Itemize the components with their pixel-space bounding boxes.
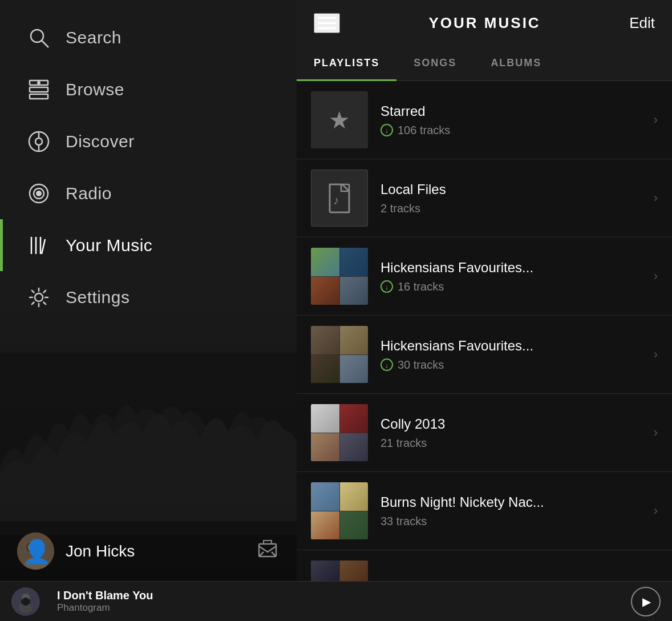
thumb-cell — [311, 433, 339, 462]
svg-point-27 — [22, 594, 30, 602]
playlist-item-colly[interactable]: Colly 2013 21 tracks › — [297, 394, 672, 472]
main-content: YOUR MUSIC Edit PLAYLISTS SONGS ALBUMS ★ — [297, 0, 672, 581]
thumb-cell — [311, 511, 339, 540]
thumb-grid-eighties — [311, 560, 368, 581]
browse-icon — [23, 74, 54, 105]
thumb-cell — [340, 277, 369, 305]
playlist-info-hick1: Hickensians Favourites... ↓ 16 tracks — [380, 260, 648, 293]
svg-rect-16 — [17, 533, 54, 570]
playlist-name-colly: Colly 2013 — [380, 416, 648, 432]
playlist-thumb-hick2 — [311, 326, 368, 383]
thumb-cell — [311, 482, 339, 511]
playlist-name-hick2: Hickensians Favourites... — [380, 338, 648, 354]
thumb-cell — [311, 404, 339, 433]
svg-point-10 — [36, 191, 42, 196]
playlist-info-starred: Starred ↓ 106 tracks — [380, 103, 648, 137]
playlist-item-hickensians-1[interactable]: Hickensians Favourites... ↓ 16 tracks › — [297, 237, 672, 316]
playlist-info-local: Local Files 2 tracks — [380, 182, 648, 215]
playlist-item-local[interactable]: ♪ Local Files 2 tracks › — [297, 159, 672, 237]
chevron-icon-hick2: › — [654, 347, 658, 362]
download-icon-starred: ↓ — [380, 124, 393, 136]
tab-songs[interactable]: SONGS — [396, 46, 473, 80]
sidebar-item-label-search: Search — [66, 28, 122, 47]
playlist-thumb-local: ♪ — [311, 170, 368, 227]
svg-point-17 — [29, 540, 42, 554]
sidebar-nav: Search Browse — [0, 0, 297, 521]
play-button[interactable] — [631, 587, 661, 616]
user-info: Jon Hicks — [17, 533, 135, 570]
svg-point-18 — [24, 557, 47, 570]
playlist-item-starred[interactable]: ★ Starred ↓ 106 tracks › — [297, 81, 672, 159]
svg-rect-3 — [30, 87, 48, 92]
sidebar-item-search[interactable]: Search — [0, 11, 297, 63]
library-icon — [23, 229, 54, 261]
thumb-cell — [311, 248, 339, 276]
chevron-icon-burns: › — [654, 503, 658, 518]
svg-point-20 — [36, 543, 44, 551]
playlist-tracks-hick2: ↓ 30 tracks — [380, 358, 648, 372]
svg-point-28 — [19, 603, 33, 613]
thumb-cell — [311, 326, 339, 354]
playlist-list: ★ Starred ↓ 106 tracks › — [297, 81, 672, 581]
thumb-cell — [311, 277, 339, 305]
svg-rect-4 — [30, 94, 48, 99]
playlist-tracks-burns: 33 tracks — [380, 515, 648, 528]
thumb-grid-hick2 — [311, 326, 368, 383]
sidebar-item-label-your-music: Your Music — [66, 236, 152, 255]
playlist-thumb-hick1 — [311, 248, 368, 305]
sidebar-item-your-music[interactable]: Your Music — [0, 219, 297, 271]
thumb-grid-colly — [311, 404, 368, 461]
edit-button[interactable]: Edit — [629, 14, 655, 32]
sidebar-footer: Jon Hicks — [0, 521, 297, 581]
now-playing-song: I Don't Blame You — [57, 589, 620, 602]
chevron-icon-colly: › — [654, 425, 658, 440]
playlist-tracks-colly: 21 tracks — [380, 437, 648, 450]
sidebar-item-label-radio: Radio — [66, 184, 112, 203]
playlist-item-hickensians-2[interactable]: Hickensians Favourites... ↓ 30 tracks › — [297, 316, 672, 394]
playlist-info-hick2: Hickensians Favourites... ↓ 30 tracks — [380, 338, 648, 372]
thumb-cell — [340, 560, 369, 581]
playlist-thumb-starred: ★ — [311, 91, 368, 148]
svg-point-0 — [31, 30, 43, 42]
tab-playlists[interactable]: PLAYLISTS — [297, 46, 396, 80]
thumb-cell — [340, 511, 369, 540]
sidebar-item-discover[interactable]: Discover — [0, 115, 297, 167]
avatar[interactable] — [17, 533, 54, 570]
sidebar-item-label-settings: Settings — [66, 288, 129, 307]
thumb-cell — [311, 560, 339, 581]
inbox-icon[interactable] — [256, 538, 280, 564]
chevron-icon-hick1: › — [654, 269, 658, 284]
playlist-item-burns[interactable]: Burns Night! Nickety Nac... 33 tracks › — [297, 472, 672, 550]
playlist-name-starred: Starred — [380, 103, 648, 119]
playlist-info-burns: Burns Night! Nickety Nac... 33 tracks — [380, 494, 648, 528]
download-icon-hick2: ↓ — [380, 358, 393, 371]
settings-icon — [23, 281, 54, 313]
sidebar-item-settings[interactable]: Settings — [0, 271, 297, 323]
sidebar-item-label-browse: Browse — [66, 80, 124, 99]
chevron-icon-local: › — [654, 191, 658, 205]
tab-albums[interactable]: ALBUMS — [473, 46, 558, 80]
playlist-thumb-colly — [311, 404, 368, 461]
playlist-item-eighties[interactable]: Eighties Power Ballads — [297, 550, 672, 581]
svg-point-5 — [37, 81, 41, 84]
playlist-name-local: Local Files — [380, 182, 648, 197]
svg-point-19 — [27, 543, 35, 551]
search-icon — [23, 22, 54, 53]
thumb-cell — [340, 482, 369, 511]
thumb-cell — [340, 248, 369, 276]
thumb-cell — [311, 355, 339, 384]
playlist-tracks-hick1: ↓ 16 tracks — [380, 280, 648, 293]
hamburger-line-3 — [318, 27, 336, 29]
now-playing-info: I Don't Blame You Phantogram — [51, 589, 620, 614]
menu-button[interactable] — [314, 13, 340, 33]
hamburger-line-1 — [318, 17, 336, 19]
app-container: Search Browse — [0, 0, 672, 581]
sidebar-item-browse[interactable]: Browse — [0, 63, 297, 115]
svg-text:♪: ♪ — [333, 194, 339, 207]
sidebar-item-radio[interactable]: Radio — [0, 167, 297, 219]
now-playing-bar: I Don't Blame You Phantogram — [0, 581, 672, 621]
playlist-name-hick1: Hickensians Favourites... — [380, 260, 648, 276]
thumb-cell — [340, 355, 369, 384]
playlist-thumb-burns — [311, 482, 368, 539]
thumb-cell — [340, 404, 369, 433]
